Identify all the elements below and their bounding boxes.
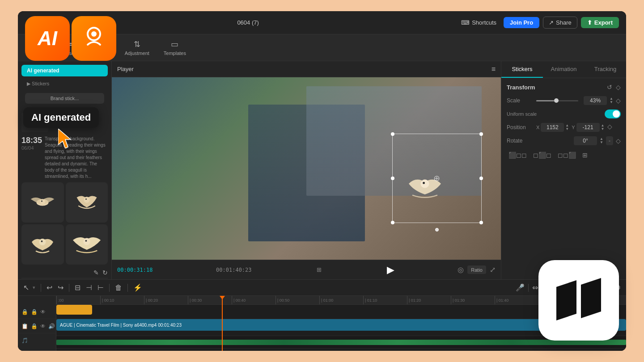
- join-pro-button[interactable]: Join Pro: [504, 17, 539, 28]
- svg-point-9: [41, 240, 43, 242]
- play-button[interactable]: ▶: [387, 264, 394, 276]
- shortcuts-button[interactable]: ⌨ Shortcuts: [458, 17, 500, 28]
- undo-tool[interactable]: ↩: [47, 283, 52, 292]
- pos-x-group: X ▲ ▼: [536, 123, 569, 132]
- scale-thumb[interactable]: [554, 98, 559, 103]
- scale-input[interactable]: [584, 96, 607, 105]
- rotate-keyframe[interactable]: ◇: [616, 137, 621, 144]
- sticker-clip[interactable]: [56, 305, 92, 315]
- visible-icon-2[interactable]: 👁: [40, 323, 46, 329]
- split-tool[interactable]: ⊟: [75, 283, 80, 292]
- rotate-down[interactable]: ▼: [600, 141, 603, 144]
- export-button[interactable]: ⬆ Export: [581, 17, 619, 28]
- audio-icon[interactable]: 🔊: [48, 323, 55, 329]
- player-area: Player ≡: [112, 61, 501, 279]
- share-button[interactable]: ↗ Share: [543, 17, 577, 29]
- select-dropdown[interactable]: ▾: [33, 285, 35, 290]
- sticker-cell-1[interactable]: [21, 182, 64, 223]
- clip-icon[interactable]: 📋: [21, 323, 28, 329]
- sticker-edit-btn[interactable]: ✎: [93, 269, 99, 276]
- player-title: Player: [117, 66, 134, 72]
- grid-icon[interactable]: ⊞: [317, 266, 322, 273]
- lock-icon-1[interactable]: 🔒: [31, 309, 38, 315]
- fit-icon[interactable]: ⇔: [532, 283, 538, 292]
- eye-icon-1[interactable]: 🔒: [21, 309, 28, 315]
- trim-out-tool[interactable]: ⊢: [97, 283, 104, 292]
- pos-y-down[interactable]: ▼: [601, 127, 605, 131]
- toolbar-templates[interactable]: ▭ Templates: [157, 37, 192, 59]
- tab-tracking[interactable]: Tracking: [585, 61, 626, 78]
- tab-ai-generated[interactable]: AI generated: [21, 65, 108, 76]
- fullscreen-icon[interactable]: ⤢: [490, 265, 496, 274]
- pos-y-group: Y ▲ ▼: [572, 123, 604, 132]
- rotate-label: Rotate: [507, 138, 534, 144]
- align-center-h-icon[interactable]: ◻⬛◻: [531, 150, 553, 160]
- handle-tr[interactable]: [479, 132, 483, 136]
- handle-ml[interactable]: [391, 177, 394, 180]
- sticker-date: 18:35: [21, 136, 42, 145]
- player-video[interactable]: ⊕: [112, 77, 501, 260]
- waveform-icon[interactable]: ◎: [458, 265, 464, 274]
- scale-keyframe[interactable]: ◇: [616, 97, 621, 104]
- keyframe-icon[interactable]: ◇: [616, 84, 621, 91]
- visible-icon-1[interactable]: 👁: [40, 309, 46, 315]
- trim-in-tool[interactable]: ⊣: [86, 283, 92, 292]
- sticker-refresh-btn[interactable]: ↻: [102, 269, 108, 276]
- ratio-button[interactable]: Ratio: [467, 265, 486, 274]
- lock-icon-2[interactable]: 🔒: [31, 323, 38, 329]
- timeline-playhead[interactable]: [222, 296, 223, 351]
- uniform-scale-row: Uniform scale: [507, 109, 621, 118]
- handle-tl[interactable]: [391, 132, 394, 136]
- tl-divider-2: [69, 284, 69, 292]
- align-left-icon[interactable]: ⬛◻◻: [507, 150, 529, 160]
- mark-100: | 01:00: [319, 296, 363, 304]
- select-tool[interactable]: ↖: [23, 283, 29, 292]
- rotate-handle[interactable]: [435, 228, 439, 232]
- track-labels: 🔒 🔒 👁 📋 🔒 👁 🔊 🎵: [18, 296, 56, 351]
- rotate-reset[interactable]: -: [606, 136, 613, 145]
- adjustment-label: Adjustment: [125, 51, 149, 56]
- sticker-cell-2[interactable]: [66, 182, 108, 223]
- reset-icon[interactable]: ↺: [607, 84, 612, 91]
- scale-slider[interactable]: [536, 100, 578, 101]
- control-icons: ◎ Ratio ⤢: [458, 265, 496, 274]
- uniform-scale-toggle[interactable]: [605, 109, 621, 118]
- mark-20: | 00:20: [144, 296, 188, 304]
- pos-x-input[interactable]: [541, 123, 564, 132]
- handle-br[interactable]: [479, 221, 483, 224]
- timecode-current: 00:00:31:18: [117, 267, 153, 273]
- align-justify-icon[interactable]: ⊞: [580, 150, 589, 160]
- pos-y-input[interactable]: [576, 123, 600, 132]
- speed-tool[interactable]: ⚡: [133, 283, 142, 292]
- center-handle[interactable]: ⊕: [433, 173, 440, 183]
- handle-mr[interactable]: [479, 177, 483, 180]
- sticker-cell-4[interactable]: [66, 224, 108, 265]
- templates-icon: ▭: [171, 39, 178, 49]
- sticker-section[interactable]: ▶ Stickers: [21, 78, 108, 89]
- tab-stickers[interactable]: Stickers: [501, 61, 543, 78]
- rotate-stepper: ▲ ▼: [600, 137, 603, 144]
- position-keyframe[interactable]: ◇: [607, 123, 612, 132]
- pos-x-down[interactable]: ▼: [565, 127, 569, 131]
- player-menu-icon[interactable]: ≡: [491, 65, 496, 73]
- right-panel-content: Transform ↺ ◇ Scale: [501, 78, 626, 279]
- ai-app-icon: AI: [25, 16, 70, 61]
- delete-tool[interactable]: 🗑: [115, 284, 122, 292]
- ai-generated-tooltip: AI generated: [23, 107, 99, 128]
- pos-x-stepper: ▲ ▼: [565, 124, 569, 131]
- rotate-input[interactable]: [574, 136, 597, 145]
- sticker-grid: [21, 182, 108, 265]
- tab-animation[interactable]: Animation: [543, 61, 585, 78]
- brand-sticker-btn[interactable]: Brand stick...: [25, 93, 104, 104]
- mark-0: :00: [56, 296, 100, 304]
- scale-down[interactable]: ▼: [610, 101, 613, 104]
- redo-tool[interactable]: ↪: [58, 283, 64, 292]
- handle-bl[interactable]: [391, 221, 394, 224]
- sticker-cell-3[interactable]: [21, 224, 64, 265]
- mic-icon[interactable]: 🎤: [516, 283, 525, 292]
- align-right-icon[interactable]: ◻◻⬛: [556, 150, 578, 160]
- mark-110: | 01:10: [363, 296, 407, 304]
- toolbar-adjustment[interactable]: ⇅ Adjustment: [119, 37, 156, 59]
- audio-wave-icon[interactable]: 🎵: [21, 337, 28, 344]
- svg-point-4: [40, 199, 45, 205]
